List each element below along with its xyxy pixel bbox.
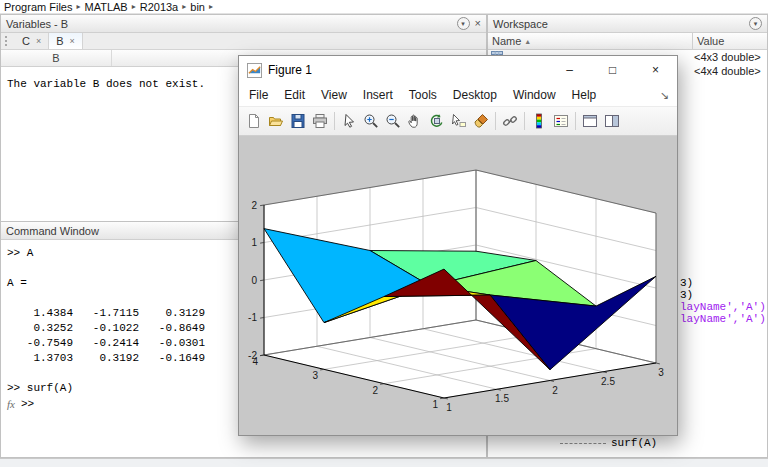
figure-toolbar — [239, 107, 677, 136]
open-file-icon[interactable] — [265, 110, 287, 132]
variables-panel-title: Variables - B — [6, 18, 453, 30]
workspace-variable-value: <4x3 double> — [689, 51, 761, 63]
breadcrumb-item[interactable]: MATLAB — [84, 1, 127, 13]
history-entry: surf(A) — [611, 437, 657, 449]
print-figure-icon[interactable] — [309, 110, 331, 132]
toolbar-separator — [575, 112, 576, 130]
brush-icon[interactable] — [470, 110, 492, 132]
svg-text:-1: -1 — [248, 312, 257, 323]
figure-menubar: FileEditViewInsertToolsDesktopWindowHelp… — [239, 84, 677, 107]
panel-menu-icon[interactable]: ▾ — [457, 17, 470, 30]
data-cursor-icon[interactable] — [448, 110, 470, 132]
breadcrumb-item[interactable]: bin — [190, 1, 205, 13]
workspace-title: Workspace — [493, 18, 745, 30]
breadcrumb-separator-icon: ▸ — [132, 2, 136, 11]
sort-ascending-icon: ▲ — [524, 38, 531, 45]
svg-text:1: 1 — [446, 402, 452, 413]
svg-text:2.5: 2.5 — [601, 376, 615, 387]
svg-text:3: 3 — [312, 370, 318, 381]
tab-label: B — [56, 35, 63, 47]
workspace-name-column-header[interactable]: Name ▲ — [488, 33, 693, 49]
variables-column-header[interactable]: B — [1, 50, 112, 66]
rotate-3d-icon[interactable] — [426, 110, 448, 132]
menu-tools[interactable]: Tools — [401, 88, 445, 102]
menu-window[interactable]: Window — [505, 88, 564, 102]
figure-window: Figure 1 – □ × FileEditViewInsertToolsDe… — [238, 55, 678, 436]
workspace-header: Workspace ▾ — [488, 15, 767, 33]
svg-text:0: 0 — [251, 275, 257, 286]
menu-view[interactable]: View — [313, 88, 355, 102]
variables-tabbar: C×B× — [1, 33, 486, 50]
hide-plot-tools-icon[interactable] — [579, 110, 601, 132]
variables-tab-b[interactable]: B× — [49, 33, 83, 49]
status-strip — [0, 458, 768, 467]
breadcrumb-separator-icon: ▸ — [76, 2, 80, 11]
figure-axes[interactable]: 11.522.531234-2-1012 — [239, 136, 677, 435]
figure-title: Figure 1 — [268, 63, 548, 77]
svg-text:2: 2 — [251, 200, 257, 211]
name-header-label: Name — [492, 35, 521, 47]
figure-titlebar[interactable]: Figure 1 – □ × — [239, 56, 677, 84]
svg-text:1: 1 — [432, 399, 438, 410]
svg-text:1.5: 1.5 — [495, 393, 509, 404]
svg-text:3: 3 — [658, 367, 664, 378]
svg-text:2: 2 — [552, 385, 558, 396]
edit-plot-icon[interactable] — [338, 110, 360, 132]
breadcrumb-item[interactable]: R2013a — [140, 1, 179, 13]
menu-insert[interactable]: Insert — [355, 88, 401, 102]
svg-text:2: 2 — [372, 385, 378, 396]
editor-code-line: layName','A') — [680, 313, 766, 325]
tabbar-grip — [5, 36, 10, 46]
svg-text:-2: -2 — [248, 350, 257, 361]
close-icon[interactable]: × — [36, 36, 41, 46]
breadcrumb: Program Files▸MATLAB▸R2013a▸bin▸ — [0, 0, 768, 14]
history-separator — [560, 443, 606, 444]
toolbar-separator — [524, 112, 525, 130]
toolbar-separator — [495, 112, 496, 130]
breadcrumb-item[interactable]: Program Files — [4, 1, 72, 13]
zoom-out-icon[interactable] — [382, 110, 404, 132]
close-button[interactable]: × — [634, 56, 677, 84]
menu-help[interactable]: Help — [564, 88, 605, 102]
chevron-down-icon: ▾ — [754, 20, 758, 28]
pan-icon[interactable] — [404, 110, 426, 132]
panel-menu-icon[interactable]: ▾ — [749, 17, 762, 30]
tab-label: C — [22, 35, 30, 47]
toolbar-separator — [334, 112, 335, 130]
dock-arrow-icon[interactable]: ↘ — [660, 89, 669, 102]
close-icon[interactable]: × — [475, 18, 481, 29]
prompt-text: >> — [21, 398, 34, 410]
fx-icon: fx — [7, 398, 21, 410]
dock-figure-icon[interactable] — [601, 110, 623, 132]
variables-tab-c[interactable]: C× — [15, 33, 49, 49]
breadcrumb-separator-icon: ▸ — [209, 2, 213, 11]
zoom-in-icon[interactable] — [360, 110, 382, 132]
minimize-button[interactable]: – — [548, 56, 591, 84]
link-plots-icon[interactable] — [499, 110, 521, 132]
chevron-down-icon: ▾ — [461, 20, 465, 28]
workspace-column-headers: Name ▲ Value — [488, 33, 767, 50]
figure-app-icon — [247, 63, 262, 78]
breadcrumb-separator-icon: ▸ — [182, 2, 186, 11]
variables-panel-header: Variables - B ▾ × — [1, 15, 486, 33]
editor-code-line: 3) — [680, 289, 766, 301]
menu-desktop[interactable]: Desktop — [445, 88, 505, 102]
surface-plot: 11.522.531234-2-1012 — [239, 136, 677, 437]
variables-message: The variable B does not exist. — [7, 78, 205, 90]
maximize-button[interactable]: □ — [591, 56, 634, 84]
svg-text:1: 1 — [251, 237, 257, 248]
close-icon[interactable]: × — [70, 36, 75, 46]
insert-colorbar-icon[interactable] — [528, 110, 550, 132]
workspace-variable-value: <4x4 double> — [689, 65, 761, 77]
editor-fragment: 3)3)layName','A')layName','A') — [680, 277, 766, 325]
save-figure-icon[interactable] — [287, 110, 309, 132]
insert-legend-icon[interactable] — [550, 110, 572, 132]
matlab-desktop: Program Files▸MATLAB▸R2013a▸bin▸ Variabl… — [0, 0, 768, 467]
editor-code-line: layName','A') — [680, 301, 766, 313]
menu-edit[interactable]: Edit — [276, 88, 313, 102]
new-figure-icon[interactable] — [243, 110, 265, 132]
editor-code-line: 3) — [680, 277, 766, 289]
menu-file[interactable]: File — [241, 88, 276, 102]
workspace-value-column-header[interactable]: Value — [693, 33, 767, 49]
